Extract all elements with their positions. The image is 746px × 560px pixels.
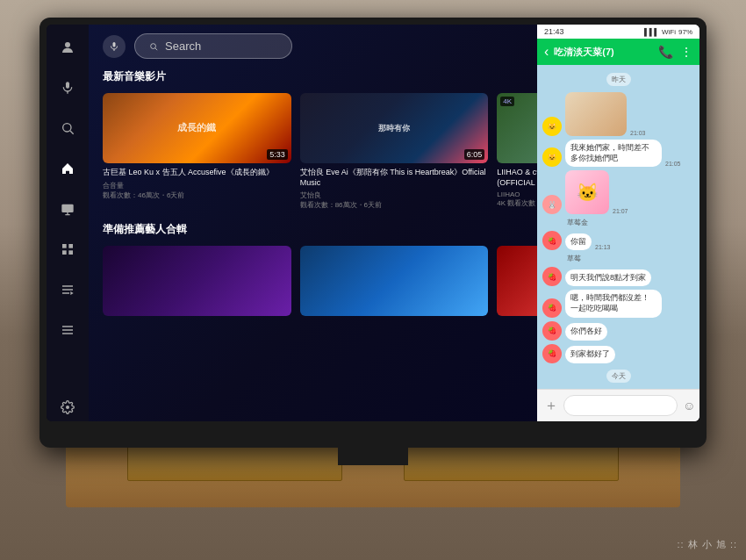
tv-screen: Search Music 最新音樂影片 成長的鐵 5:33: [47, 25, 699, 421]
chat-bubble-8: 到家都好了: [565, 346, 615, 363]
wifi-icon: WiFi: [662, 28, 676, 36]
chat-message-row-1: 🐱 21:03: [542, 92, 694, 136]
svg-rect-10: [62, 250, 67, 255]
svg-rect-8: [62, 244, 67, 248]
video-card-1[interactable]: 成長的鐵 5:33 古巨基 Leo Ku x 告五人 Accusefive《成長…: [103, 93, 291, 210]
chat-message-area[interactable]: 昨天 🐱 21:03 🐱 我來她們家，時間差不多你找她們吧 21:05 🐰 🐱: [537, 65, 699, 389]
chat-time-3: 21:07: [613, 208, 628, 214]
chat-sticker-kitty: 🐱: [565, 170, 609, 214]
svg-rect-11: [68, 250, 73, 255]
chat-avatar-4: 🍓: [542, 231, 562, 250]
chat-bubble-2: 我來她們家，時間差不多你找她們吧: [565, 140, 662, 167]
tv-neck: [338, 446, 408, 465]
svg-line-23: [155, 47, 157, 49]
video-duration-1: 5:33: [267, 149, 288, 160]
thumb-overlay-1: 成長的鐵: [103, 93, 291, 163]
video-card-5[interactable]: [300, 246, 489, 320]
sidebar-search-icon[interactable]: [54, 114, 82, 142]
line-group-name: 吃清淡天菜(7): [554, 46, 653, 59]
video-thumb-2: 那時有你 6:05: [300, 93, 489, 163]
chat-message-row-6: 🍓 嗯，時間我們都沒差！一起吃吃喝喝: [542, 290, 694, 317]
search-placeholder: Search: [165, 39, 201, 53]
phone-overlay: 21:43 ▌▌▌ WiFi 97% ‹ 吃清淡天菜(7) 📞 ⋮ 昨天: [537, 25, 699, 421]
video-card-4[interactable]: [103, 246, 291, 320]
chat-time-2: 21:05: [665, 161, 681, 167]
video-title-1: 古巨基 Leo Ku x 告五人 Accusefive《成長的鐵》: [103, 168, 291, 178]
svg-rect-20: [113, 42, 116, 47]
header-mic-button[interactable]: [103, 35, 126, 58]
chat-avatar-8: 🍓: [542, 344, 562, 363]
sidebar-account-icon[interactable]: [54, 33, 82, 61]
line-call-icon[interactable]: 📞: [658, 45, 673, 59]
sidebar-menu-icon[interactable]: [54, 316, 82, 344]
signal-icon: ▌▌▌: [644, 28, 659, 36]
video-channel-1: 合音量: [103, 181, 291, 190]
chat-emoji-icon[interactable]: ☺: [683, 398, 695, 413]
chat-message-row-5: 🍓 明天我們說8點才到家: [542, 267, 694, 286]
line-header-icons: 📞 ⋮: [658, 45, 692, 59]
video-title-2: 艾怡良 Eve Ai《那陪有你 This is Heartbreak》Offic…: [300, 168, 489, 188]
watermark: :: 林 小 旭 ::: [678, 538, 737, 551]
tv-frame: Search Music 最新音樂影片 成長的鐵 5:33: [39, 18, 707, 448]
phone-time: 21:43: [544, 27, 564, 36]
svg-point-0: [65, 42, 70, 47]
chat-bubble-4: 你留: [565, 233, 592, 251]
video-thumb-5: [300, 246, 489, 316]
video-card-2[interactable]: 那時有你 6:05 艾怡良 Eve Ai《那陪有你 This is Heartb…: [300, 93, 489, 210]
youtube-sidebar: [47, 25, 89, 421]
sidebar-tv-icon[interactable]: [54, 195, 82, 223]
video-meta-1: 觀看次數：46萬次・6天前: [103, 190, 291, 200]
chat-date-label: 昨天: [606, 73, 631, 86]
chat-text-input[interactable]: [563, 395, 678, 416]
video-thumb-4: [103, 246, 291, 316]
svg-marker-15: [70, 291, 73, 295]
sidebar-playlist-icon[interactable]: [54, 276, 82, 304]
battery-icon: 97%: [678, 28, 692, 36]
chat-plus-icon[interactable]: ＋: [544, 397, 558, 415]
line-back-button[interactable]: ‹: [544, 44, 549, 60]
sidebar-settings-icon[interactable]: [54, 393, 82, 421]
phone-status-icons: ▌▌▌ WiFi 97%: [644, 28, 692, 36]
chat-avatar-1: 🐱: [542, 117, 562, 136]
chat-message-row-8: 🍓 到家都好了: [542, 344, 694, 363]
phone-status-bar: 21:43 ▌▌▌ WiFi 97%: [537, 25, 699, 39]
svg-point-22: [151, 43, 156, 48]
video-meta-2: 觀看次數：86萬次・6天前: [300, 200, 489, 210]
sidebar-mic-icon[interactable]: [54, 74, 82, 102]
chat-date-today: 今天: [606, 370, 631, 383]
line-chat-header: ‹ 吃清淡天菜(7) 📞 ⋮: [537, 39, 699, 65]
chat-name-label-1: 草莓金: [567, 218, 694, 227]
chat-bubble-6: 嗯，時間我們都沒差！一起吃吃喝喝: [565, 290, 662, 317]
chat-bubble-5: 明天我們說8點才到家: [565, 269, 651, 287]
search-bar[interactable]: Search: [134, 33, 292, 59]
svg-rect-5: [61, 205, 73, 212]
video-duration-2: 6:05: [464, 149, 485, 160]
chat-message-row-3: 🐰 🐱 21:07: [542, 170, 694, 214]
chat-avatar-2: 🐱: [542, 147, 562, 167]
chat-input-bar: ＋ ☺ 🎤: [537, 389, 699, 421]
chat-time-4: 21:13: [595, 244, 611, 250]
chat-avatar-3: 🐰: [542, 195, 562, 214]
chat-bubble-7: 你們各好: [565, 323, 607, 341]
chat-message-row-4: 🍓 你留 21:13: [542, 231, 694, 250]
chat-time-1: 21:03: [630, 130, 646, 136]
video-thumb-1: 成長的鐵 5:33: [103, 93, 291, 163]
chat-image-bubble-1[interactable]: [565, 92, 627, 136]
video-4k-badge-3: 4K: [500, 97, 514, 106]
svg-line-4: [70, 131, 74, 134]
chat-name-label-2: 草莓: [567, 254, 694, 263]
svg-rect-9: [68, 244, 73, 248]
svg-rect-1: [66, 82, 69, 88]
thumb-overlay-2: 那時有你: [300, 93, 489, 163]
svg-point-3: [63, 124, 71, 132]
chat-avatar-6: 🍓: [542, 298, 562, 318]
chat-message-row-2: 🐱 我來她們家，時間差不多你找她們吧 21:05: [542, 140, 694, 167]
line-video-icon[interactable]: ⋮: [680, 45, 692, 59]
sidebar-library-icon[interactable]: [54, 235, 82, 263]
video-channel-2: 艾怡良: [300, 190, 489, 200]
chat-message-row-7: 🍓 你們各好: [542, 321, 694, 341]
chat-avatar-5: 🍓: [542, 267, 562, 286]
chat-avatar-7: 🍓: [542, 321, 562, 341]
sidebar-home-icon[interactable]: [54, 154, 82, 183]
svg-point-19: [66, 406, 69, 409]
